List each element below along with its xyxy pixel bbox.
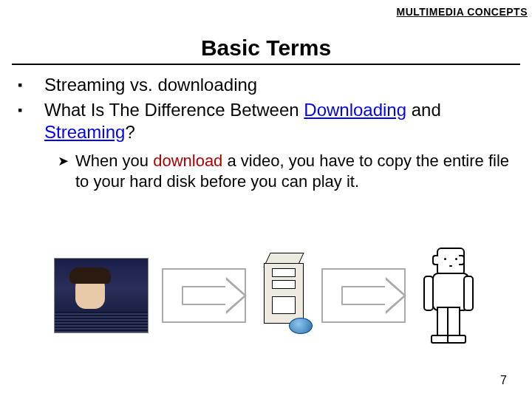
- page-number: 7: [500, 374, 507, 387]
- emphasized-term: download: [153, 151, 222, 170]
- sub-bullet-item: ➤ When you download a video, you have to…: [58, 151, 510, 191]
- bullet-text: Streaming vs. downloading: [44, 74, 510, 96]
- bullet-item: ▪ Streaming vs. downloading: [18, 74, 510, 96]
- text-fragment: ?: [125, 122, 134, 142]
- downloading-link[interactable]: Downloading: [304, 100, 406, 120]
- person-icon: [419, 248, 478, 344]
- sub-bullet-text: When you download a video, you have to c…: [75, 151, 510, 191]
- text-fragment: When you: [75, 151, 153, 170]
- server-icon: [259, 253, 308, 338]
- arrow-right-icon: [321, 268, 406, 323]
- streaming-link[interactable]: Streaming: [44, 122, 125, 142]
- title-underline: [12, 64, 520, 65]
- text-fragment: and: [406, 100, 441, 120]
- bullet-marker-icon: ▪: [18, 74, 44, 96]
- text-fragment: What Is The Difference Between: [44, 100, 304, 120]
- header-label: MULTIMEDIA CONCEPTS: [397, 6, 528, 18]
- arrow-right-icon: [162, 268, 246, 323]
- slide-title: Basic Terms: [12, 35, 520, 64]
- download-diagram: [52, 244, 480, 347]
- bullet-item: ▪ What Is The Difference Between Downloa…: [18, 99, 510, 143]
- sub-bullet-marker-icon: ➤: [58, 151, 75, 191]
- bullet-marker-icon: ▪: [18, 99, 44, 143]
- bullet-text: What Is The Difference Between Downloadi…: [44, 99, 510, 143]
- bullet-list: ▪ Streaming vs. downloading ▪ What Is Th…: [18, 74, 510, 191]
- video-thumbnail-icon: [54, 258, 149, 333]
- title-area: Basic Terms: [12, 35, 520, 65]
